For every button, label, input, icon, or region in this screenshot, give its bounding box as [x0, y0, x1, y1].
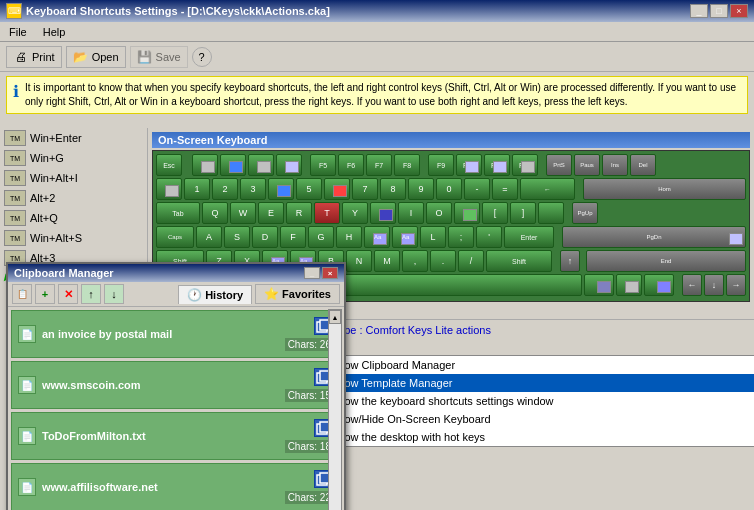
sidebar-item-win-alt-i[interactable]: TM Win+Alt+I — [0, 168, 147, 188]
key-6[interactable]: 6 — [324, 178, 350, 200]
key-end[interactable]: End — [586, 250, 746, 272]
key-f7[interactable]: F7 — [366, 154, 392, 176]
menu-help[interactable]: Help — [40, 25, 69, 39]
key-rwin[interactable] — [616, 274, 642, 296]
close-button[interactable]: × — [730, 4, 748, 18]
key-f11[interactable]: F11 — [484, 154, 510, 176]
cm-tab-favorites[interactable]: ⭐ Favorites — [255, 284, 340, 304]
sidebar-item-alt-2[interactable]: TM Alt+2 — [0, 188, 147, 208]
cm-minimize-btn[interactable]: _ — [304, 267, 320, 279]
cm-add-btn[interactable]: + — [35, 284, 55, 304]
cm-down-btn[interactable]: ↓ — [104, 284, 124, 304]
key-h[interactable]: H — [336, 226, 362, 248]
key-f5[interactable]: F5 — [310, 154, 336, 176]
key-caps[interactable]: Caps — [156, 226, 194, 248]
cm-tab-history[interactable]: 🕐 History — [178, 285, 252, 304]
key-9[interactable]: 9 — [408, 178, 434, 200]
key-rbracket[interactable]: ] — [510, 202, 536, 224]
key-q[interactable]: Q — [202, 202, 228, 224]
sidebar-item-win-g[interactable]: TM Win+G — [0, 148, 147, 168]
print-button[interactable]: 🖨 Print — [6, 46, 62, 68]
key-e[interactable]: E — [258, 202, 284, 224]
clipboard-item-4[interactable]: 📄 www.affilisoftware.net Chars: 22 — [11, 463, 341, 510]
key-j[interactable]: JAa — [364, 226, 390, 248]
action-item-desktop[interactable]: 🖥 Show the desktop with hot keys — [303, 428, 754, 446]
open-button[interactable]: 📂 Open — [66, 46, 126, 68]
key-minus[interactable]: - — [464, 178, 490, 200]
key-f8[interactable]: F8 — [394, 154, 420, 176]
key-f9[interactable]: F9 — [428, 154, 454, 176]
minimize-button[interactable]: _ — [690, 4, 708, 18]
key-a[interactable]: A — [196, 226, 222, 248]
key-4[interactable]: 4 — [268, 178, 294, 200]
key-pause[interactable]: Paus — [574, 154, 600, 176]
key-s[interactable]: S — [224, 226, 250, 248]
key-0[interactable]: 0 — [436, 178, 462, 200]
action-item-clipboard[interactable]: 📋 Show Clipboard Manager — [303, 356, 754, 374]
key-rshift[interactable]: Shift — [486, 250, 552, 272]
key-2[interactable]: 2 — [212, 178, 238, 200]
key-left[interactable]: ← — [682, 274, 702, 296]
key-y[interactable]: Y — [342, 202, 368, 224]
key-r[interactable]: R — [286, 202, 312, 224]
key-home[interactable]: Hom — [583, 178, 746, 200]
key-lbracket[interactable]: [ — [482, 202, 508, 224]
key-esc[interactable]: Esc — [156, 154, 182, 176]
cm-scroll-up[interactable]: ▲ — [329, 310, 341, 324]
cm-up-btn[interactable]: ↑ — [81, 284, 101, 304]
key-period[interactable]: . — [430, 250, 456, 272]
key-f2[interactable]: F2 — [220, 154, 246, 176]
key-m[interactable]: M — [374, 250, 400, 272]
key-backtick[interactable]: ~ — [156, 178, 182, 200]
key-up[interactable]: ↑ — [560, 250, 580, 272]
key-f[interactable]: F — [280, 226, 306, 248]
key-pgdn[interactable]: PgDn — [562, 226, 746, 248]
clipboard-item-2[interactable]: 📄 www.smscoin.com Chars: 15 — [11, 361, 341, 409]
key-f4[interactable]: F4 — [276, 154, 302, 176]
key-t[interactable]: T — [314, 202, 340, 224]
key-ralt[interactable] — [584, 274, 614, 296]
save-button[interactable]: 💾 Save — [130, 46, 188, 68]
key-del[interactable]: Del — [630, 154, 656, 176]
key-g[interactable]: G — [308, 226, 334, 248]
key-equals[interactable]: = — [492, 178, 518, 200]
key-slash[interactable]: / — [458, 250, 484, 272]
clipboard-item-3[interactable]: 📄 ToDoFromMilton.txt Chars: 18 — [11, 412, 341, 460]
clipboard-item-1[interactable]: 📄 an invoice by postal mail Chars: 26 — [11, 310, 341, 358]
menu-file[interactable]: File — [6, 25, 30, 39]
key-p[interactable]: P — [454, 202, 480, 224]
key-f3[interactable]: F3 — [248, 154, 274, 176]
key-f1[interactable]: F1 — [192, 154, 218, 176]
key-rctrl[interactable] — [644, 274, 674, 296]
cm-close-btn[interactable]: × — [322, 267, 338, 279]
key-enter[interactable]: Enter — [504, 226, 554, 248]
action-item-osk[interactable]: ⌨ Show/Hide On-Screen Keyboard — [303, 410, 754, 428]
key-f6[interactable]: F6 — [338, 154, 364, 176]
key-pgup[interactable]: PgUp — [572, 202, 598, 224]
key-ins[interactable]: Ins — [602, 154, 628, 176]
key-comma[interactable]: , — [402, 250, 428, 272]
key-w[interactable]: W — [230, 202, 256, 224]
key-f10[interactable]: F10 — [456, 154, 482, 176]
sidebar-item-alt-q[interactable]: TM Alt+Q — [0, 208, 147, 228]
key-k[interactable]: KAa — [392, 226, 418, 248]
key-prtscr[interactable]: PrtS — [546, 154, 572, 176]
key-7[interactable]: 7 — [352, 178, 378, 200]
key-down[interactable]: ↓ — [704, 274, 724, 296]
key-l[interactable]: L — [420, 226, 446, 248]
key-u[interactable]: U — [370, 202, 396, 224]
key-backslash[interactable] — [538, 202, 564, 224]
sidebar-item-win-alt-s[interactable]: TM Win+Alt+S — [0, 228, 147, 248]
key-right[interactable]: → — [726, 274, 746, 296]
key-d[interactable]: D — [252, 226, 278, 248]
key-n[interactable]: N — [346, 250, 372, 272]
help-button[interactable]: ? — [192, 47, 212, 67]
key-1[interactable]: 1 — [184, 178, 210, 200]
key-o[interactable]: O — [426, 202, 452, 224]
key-f12[interactable]: F12 — [512, 154, 538, 176]
key-5[interactable]: 5 — [296, 178, 322, 200]
key-tab[interactable]: Tab — [156, 202, 200, 224]
cm-paste-btn[interactable]: 📋 — [12, 284, 32, 304]
sidebar-item-win-enter[interactable]: TM Win+Enter — [0, 128, 147, 148]
key-backspace[interactable]: ← — [520, 178, 575, 200]
